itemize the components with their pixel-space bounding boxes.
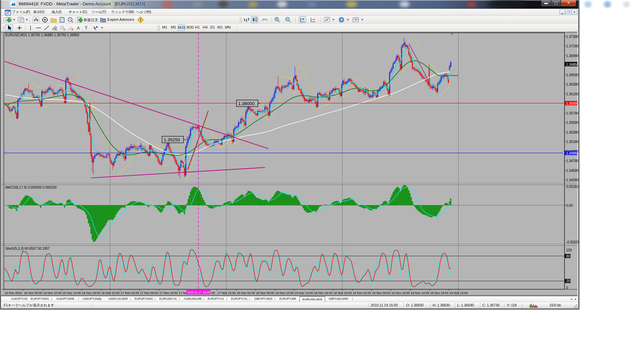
svg-text:18 Nov 14:00: 18 Nov 14:00 — [295, 291, 313, 295]
svg-text:80: 80 — [566, 254, 570, 258]
svg-text:18 Nov 06:00: 18 Nov 06:00 — [256, 291, 274, 295]
svg-text:T: T — [85, 26, 88, 31]
svg-text:16 Nov 22:00: 16 Nov 22:00 — [101, 291, 120, 295]
svg-text:16 Nov 18:00: 16 Nov 18:00 — [82, 291, 100, 295]
svg-text:0.00: 0.00 — [566, 204, 573, 207]
svg-text:E: E — [55, 28, 57, 31]
svg-text:18 Nov 02:00: 18 Nov 02:00 — [237, 291, 255, 295]
svg-text:1.35390: 1.35390 — [566, 131, 579, 134]
svg-text::00: :00 — [211, 291, 215, 295]
svg-text:16 Nov 06:00: 16 Nov 06:00 — [24, 291, 42, 295]
svg-text:19 Nov 10:00: 19 Nov 10:00 — [391, 291, 410, 295]
svg-text:17 Nov 02:00: 17 Nov 02:00 — [121, 291, 139, 295]
svg-text:EURUSD,M15 1.36750 1.36880 1.: EURUSD,M15 1.36750 1.36880 1.36750 1.368… — [5, 33, 79, 37]
svg-text:1.37190: 1.37190 — [566, 44, 579, 48]
svg-text:1.34590: 1.34590 — [566, 169, 579, 173]
svg-text:17 Nov 22:00: 17 Nov 22:00 — [217, 291, 236, 295]
svg-text:18 Nov 18:00: 18 Nov 18:00 — [314, 291, 332, 295]
svg-text:1.35590: 1.35590 — [566, 121, 579, 125]
svg-text:16 Nov 2010: 16 Nov 2010 — [5, 291, 22, 295]
svg-text:2010.11.17 18:25: 2010.11.17 18:25 — [187, 291, 210, 294]
svg-text:0: 0 — [566, 286, 568, 290]
svg-text:1.36990: 1.36990 — [566, 54, 579, 58]
svg-text:17 Nov 10:00: 17 Nov 10:00 — [159, 291, 178, 295]
svg-text:1.35190: 1.35190 — [566, 140, 579, 144]
svg-text:F: F — [64, 28, 65, 31]
svg-text:100: 100 — [566, 248, 572, 252]
svg-text:1.36590: 1.36590 — [566, 73, 579, 77]
svg-text:1.34960: 1.34960 — [566, 151, 579, 155]
svg-text:1.34390: 1.34390 — [566, 178, 579, 182]
svg-text:Λ: Λ — [77, 26, 80, 31]
svg-text:19 Nov 06:00: 19 Nov 06:00 — [372, 291, 390, 295]
svg-text:1.35995: 1.35995 — [566, 102, 579, 105]
svg-text:19 Nov 18:00: 19 Nov 18:00 — [430, 291, 448, 295]
svg-text:0.001815: 0.001815 — [566, 185, 579, 189]
svg-text:1.34790: 1.34790 — [566, 159, 579, 163]
svg-text:!: ! — [140, 18, 141, 22]
svg-text:1.36190: 1.36190 — [566, 92, 579, 96]
svg-text:20: 20 — [566, 279, 570, 283]
svg-text:Stoch(5,3,3) 60.6537 50.1957: Stoch(5,3,3) 60.6537 50.1957 — [5, 247, 50, 250]
svg-text:18 Nov 22:00: 18 Nov 22:00 — [333, 291, 352, 295]
svg-text:16 Nov 10:00: 16 Nov 10:00 — [43, 291, 62, 295]
svg-text:19 Nov 14:00: 19 Nov 14:00 — [411, 291, 429, 295]
svg-text:1.35790: 1.35790 — [566, 111, 579, 115]
svg-text:1.36000: 1.36000 — [238, 101, 255, 106]
svg-text:17 No: 17 No — [179, 291, 187, 295]
svg-text:16 Nov 14:00: 16 Nov 14:00 — [63, 291, 81, 295]
svg-text:18 Nov 10:00: 18 Nov 10:00 — [275, 291, 294, 295]
svg-text:17 Nov 06:00: 17 Nov 06:00 — [140, 291, 158, 295]
svg-text:1.36850: 1.36850 — [566, 63, 579, 66]
svg-text:19 Nov 02:00: 19 Nov 02:00 — [353, 291, 371, 295]
svg-text:1.36390: 1.36390 — [566, 83, 579, 86]
svg-text:MACD(8,17,9) 0.000500 0.000230: MACD(8,17,9) 0.000500 0.000230 — [5, 186, 57, 189]
svg-text:1.37390: 1.37390 — [566, 35, 579, 39]
svg-text:F: F — [72, 28, 73, 31]
svg-text:1.35250: 1.35250 — [164, 137, 180, 142]
svg-text:19 Nov 22:00: 19 Nov 22:00 — [449, 291, 468, 295]
svg-text:-0.00320: -0.00320 — [566, 240, 579, 244]
